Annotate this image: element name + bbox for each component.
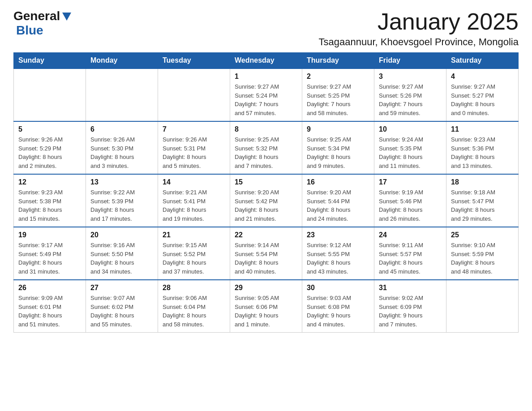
calendar-cell: 21Sunrise: 9:15 AMSunset: 5:52 PMDayligh… (158, 227, 230, 280)
day-info: Sunrise: 9:05 AMSunset: 6:06 PMDaylight:… (235, 294, 297, 329)
calendar-cell (158, 68, 230, 121)
calendar-table: SundayMondayTuesdayWednesdayThursdayFrid… (13, 52, 519, 333)
day-number: 26 (18, 284, 81, 292)
calendar-cell: 31Sunrise: 9:02 AMSunset: 6:09 PMDayligh… (374, 280, 446, 333)
calendar-cell: 3Sunrise: 9:27 AMSunset: 5:26 PMDaylight… (374, 68, 446, 121)
day-info: Sunrise: 9:07 AMSunset: 6:02 PMDaylight:… (90, 294, 153, 329)
calendar-cell: 27Sunrise: 9:07 AMSunset: 6:02 PMDayligh… (86, 280, 158, 333)
day-number: 1 (235, 73, 297, 81)
calendar-cell (86, 68, 158, 121)
calendar-cell: 28Sunrise: 9:06 AMSunset: 6:04 PMDayligh… (158, 280, 230, 333)
page-header: General Blue January 2025 Tsagaannuur, K… (13, 9, 519, 48)
calendar-week-row: 19Sunrise: 9:17 AMSunset: 5:49 PMDayligh… (14, 227, 519, 280)
day-number: 25 (451, 231, 514, 239)
calendar-header-tuesday: Tuesday (158, 53, 230, 69)
calendar-cell: 5Sunrise: 9:26 AMSunset: 5:29 PMDaylight… (14, 121, 86, 174)
calendar-week-row: 26Sunrise: 9:09 AMSunset: 6:01 PMDayligh… (14, 280, 519, 333)
calendar-cell: 11Sunrise: 9:23 AMSunset: 5:36 PMDayligh… (446, 121, 519, 174)
calendar-cell: 15Sunrise: 9:20 AMSunset: 5:42 PMDayligh… (230, 174, 302, 227)
day-info: Sunrise: 9:26 AMSunset: 5:29 PMDaylight:… (18, 135, 81, 170)
day-number: 28 (163, 284, 225, 292)
calendar-cell: 9Sunrise: 9:25 AMSunset: 5:34 PMDaylight… (302, 121, 374, 174)
calendar-cell: 25Sunrise: 9:10 AMSunset: 5:59 PMDayligh… (446, 227, 519, 280)
day-info: Sunrise: 9:17 AMSunset: 5:49 PMDaylight:… (18, 241, 81, 276)
day-info: Sunrise: 9:16 AMSunset: 5:50 PMDaylight:… (90, 241, 153, 276)
calendar-cell (446, 280, 519, 333)
calendar-header-sunday: Sunday (14, 53, 86, 69)
day-number: 21 (163, 231, 225, 239)
day-info: Sunrise: 9:14 AMSunset: 5:54 PMDaylight:… (235, 241, 297, 276)
day-info: Sunrise: 9:11 AMSunset: 5:57 PMDaylight:… (379, 241, 442, 276)
calendar-cell: 8Sunrise: 9:25 AMSunset: 5:32 PMDaylight… (230, 121, 302, 174)
location-title: Tsagaannuur, Khoevsgoel Province, Mongol… (319, 36, 519, 48)
day-number: 14 (163, 178, 225, 186)
day-info: Sunrise: 9:09 AMSunset: 6:01 PMDaylight:… (18, 294, 81, 329)
day-info: Sunrise: 9:18 AMSunset: 5:47 PMDaylight:… (451, 188, 514, 223)
calendar-cell: 1Sunrise: 9:27 AMSunset: 5:24 PMDaylight… (230, 68, 302, 121)
day-number: 20 (90, 231, 153, 239)
day-info: Sunrise: 9:27 AMSunset: 5:24 PMDaylight:… (235, 82, 297, 117)
calendar-cell: 19Sunrise: 9:17 AMSunset: 5:49 PMDayligh… (14, 227, 86, 280)
day-number: 29 (235, 284, 297, 292)
day-number: 23 (307, 231, 369, 239)
day-info: Sunrise: 9:27 AMSunset: 5:25 PMDaylight:… (307, 82, 369, 117)
day-info: Sunrise: 9:25 AMSunset: 5:32 PMDaylight:… (235, 135, 297, 170)
calendar-cell: 12Sunrise: 9:23 AMSunset: 5:38 PMDayligh… (14, 174, 86, 227)
day-number: 7 (163, 125, 225, 133)
day-info: Sunrise: 9:27 AMSunset: 5:27 PMDaylight:… (451, 82, 514, 117)
day-info: Sunrise: 9:25 AMSunset: 5:34 PMDaylight:… (307, 135, 369, 170)
calendar-cell (14, 68, 86, 121)
calendar-cell: 23Sunrise: 9:12 AMSunset: 5:55 PMDayligh… (302, 227, 374, 280)
day-number: 3 (379, 73, 442, 81)
calendar-cell: 20Sunrise: 9:16 AMSunset: 5:50 PMDayligh… (86, 227, 158, 280)
logo-blue: Blue (16, 23, 43, 38)
day-number: 16 (307, 178, 369, 186)
day-info: Sunrise: 9:02 AMSunset: 6:09 PMDaylight:… (379, 294, 442, 329)
day-number: 19 (18, 231, 81, 239)
day-number: 9 (307, 125, 369, 133)
day-number: 5 (18, 125, 81, 133)
calendar-cell: 10Sunrise: 9:24 AMSunset: 5:35 PMDayligh… (374, 121, 446, 174)
day-info: Sunrise: 9:26 AMSunset: 5:30 PMDaylight:… (90, 135, 153, 170)
title-block: January 2025 Tsagaannuur, Khoevsgoel Pro… (319, 9, 519, 48)
month-title: January 2025 (319, 9, 519, 34)
day-info: Sunrise: 9:20 AMSunset: 5:44 PMDaylight:… (307, 188, 369, 223)
calendar-cell: 2Sunrise: 9:27 AMSunset: 5:25 PMDaylight… (302, 68, 374, 121)
day-info: Sunrise: 9:22 AMSunset: 5:39 PMDaylight:… (90, 188, 153, 223)
day-number: 4 (451, 73, 514, 81)
calendar-cell: 24Sunrise: 9:11 AMSunset: 5:57 PMDayligh… (374, 227, 446, 280)
logo-text: General (13, 9, 71, 23)
calendar-header-thursday: Thursday (302, 53, 374, 69)
day-number: 12 (18, 178, 81, 186)
logo-triangle-icon (62, 13, 71, 21)
calendar-cell: 16Sunrise: 9:20 AMSunset: 5:44 PMDayligh… (302, 174, 374, 227)
day-info: Sunrise: 9:15 AMSunset: 5:52 PMDaylight:… (163, 241, 225, 276)
day-info: Sunrise: 9:03 AMSunset: 6:08 PMDaylight:… (307, 294, 369, 329)
calendar-cell: 18Sunrise: 9:18 AMSunset: 5:47 PMDayligh… (446, 174, 519, 227)
day-number: 2 (307, 73, 369, 81)
calendar-cell: 13Sunrise: 9:22 AMSunset: 5:39 PMDayligh… (86, 174, 158, 227)
calendar-cell: 6Sunrise: 9:26 AMSunset: 5:30 PMDaylight… (86, 121, 158, 174)
day-number: 30 (307, 284, 369, 292)
calendar-cell: 22Sunrise: 9:14 AMSunset: 5:54 PMDayligh… (230, 227, 302, 280)
day-info: Sunrise: 9:19 AMSunset: 5:46 PMDaylight:… (379, 188, 442, 223)
day-info: Sunrise: 9:23 AMSunset: 5:36 PMDaylight:… (451, 135, 514, 170)
day-info: Sunrise: 9:21 AMSunset: 5:41 PMDaylight:… (163, 188, 225, 223)
day-number: 11 (451, 125, 514, 133)
day-number: 17 (379, 178, 442, 186)
day-number: 13 (90, 178, 153, 186)
day-number: 10 (379, 125, 442, 133)
day-number: 18 (451, 178, 514, 186)
calendar-header-monday: Monday (86, 53, 158, 69)
day-info: Sunrise: 9:27 AMSunset: 5:26 PMDaylight:… (379, 82, 442, 117)
calendar-cell: 29Sunrise: 9:05 AMSunset: 6:06 PMDayligh… (230, 280, 302, 333)
calendar-cell: 7Sunrise: 9:26 AMSunset: 5:31 PMDaylight… (158, 121, 230, 174)
calendar-cell: 4Sunrise: 9:27 AMSunset: 5:27 PMDaylight… (446, 68, 519, 121)
calendar-week-row: 1Sunrise: 9:27 AMSunset: 5:24 PMDaylight… (14, 68, 519, 121)
calendar-header-saturday: Saturday (446, 53, 519, 69)
calendar-header-friday: Friday (374, 53, 446, 69)
logo-general: General (13, 9, 60, 23)
day-info: Sunrise: 9:06 AMSunset: 6:04 PMDaylight:… (163, 294, 225, 329)
day-number: 6 (90, 125, 153, 133)
calendar-week-row: 5Sunrise: 9:26 AMSunset: 5:29 PMDaylight… (14, 121, 519, 174)
